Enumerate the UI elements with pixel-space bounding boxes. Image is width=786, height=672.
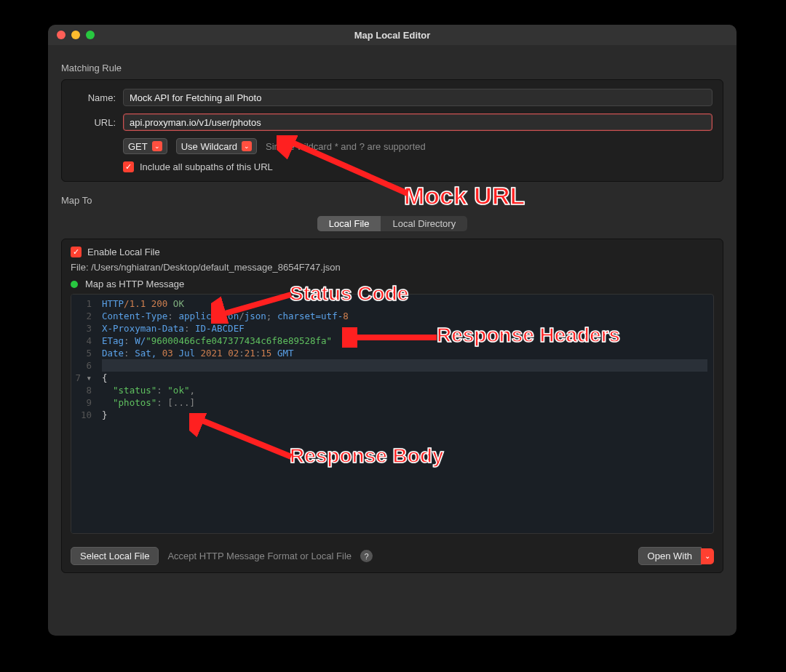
select-local-file-button[interactable]: Select Local File	[71, 547, 159, 565]
enable-local-file-checkbox[interactable]: ✓	[71, 247, 82, 257]
map-local-editor-window: Map Local Editor Matching Rule Name: URL…	[48, 25, 737, 636]
wildcard-label: Use Wildcard	[181, 141, 237, 152]
status-dot-icon	[71, 281, 78, 288]
line-gutter: 1 2 3 4 5 6 7 ▾ 8 9 10	[71, 295, 96, 533]
titlebar: Map Local Editor	[48, 25, 737, 45]
name-input[interactable]	[123, 89, 712, 106]
zoom-icon[interactable]	[86, 31, 95, 39]
window-title: Map Local Editor	[48, 30, 737, 41]
url-input[interactable]	[123, 113, 712, 131]
open-with-button-group: Open With ⌄	[638, 547, 714, 565]
include-subpaths-label: Include all subpaths of this URL	[140, 161, 273, 172]
http-editor[interactable]: 1 2 3 4 5 6 7 ▾ 8 9 10 HTTP/1.1 200 OK C…	[71, 294, 714, 534]
map-to-tabs: Local File Local Directory	[317, 216, 467, 231]
chevron-down-icon: ⌄	[242, 141, 252, 151]
map-to-label: Map To	[61, 195, 723, 206]
matching-rule-panel: Name: URL: GET ⌄ Use Wildcard ⌄ Simple w…	[61, 79, 723, 182]
editor-code[interactable]: HTTP/1.1 200 OK Content-Type: applicatio…	[96, 295, 713, 533]
name-label: Name:	[72, 92, 116, 103]
wildcard-hint: Simple wildcard * and ? are supported	[266, 141, 426, 152]
include-subpaths-checkbox[interactable]: ✓	[123, 161, 134, 172]
minimize-icon[interactable]	[71, 31, 80, 39]
chevron-down-icon[interactable]: ⌄	[701, 548, 714, 564]
enable-local-file-label: Enable Local File	[87, 247, 160, 257]
map-http-message-label: Map as HTTP Message	[85, 279, 184, 289]
wildcard-select[interactable]: Use Wildcard ⌄	[176, 138, 257, 154]
close-icon[interactable]	[57, 31, 66, 39]
tab-local-file[interactable]: Local File	[317, 216, 381, 231]
help-icon[interactable]: ?	[360, 550, 373, 562]
method-select[interactable]: GET ⌄	[123, 138, 167, 154]
file-label: File:	[71, 262, 89, 273]
footer-hint: Accept HTTP Message Format or Local File	[167, 551, 352, 561]
open-with-button[interactable]: Open With	[638, 547, 702, 565]
window-controls	[48, 31, 95, 39]
map-to-panel: ✓ Enable Local File File: /Users/nghiatr…	[61, 239, 723, 573]
chevron-down-icon: ⌄	[152, 141, 162, 151]
file-path: /Users/nghiatran/Desktop/default_message…	[91, 262, 341, 273]
matching-rule-label: Matching Rule	[61, 63, 723, 73]
method-value: GET	[128, 141, 148, 152]
url-label: URL:	[72, 117, 116, 128]
tab-local-directory[interactable]: Local Directory	[381, 216, 467, 231]
